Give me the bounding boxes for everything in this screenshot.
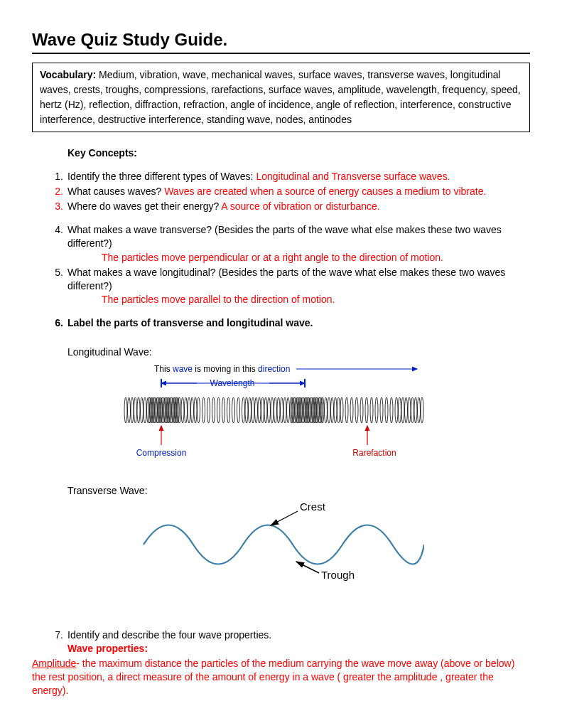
svg-point-88 (334, 397, 337, 423)
svg-point-42 (207, 397, 210, 423)
a3-text: A source of vibration or disturbance. (221, 200, 379, 212)
transverse-label: Transverse Wave: (67, 484, 530, 498)
concept-item-5: What makes a wave longitudinal? (Besides… (48, 266, 530, 307)
concept-item-1: Identify the three different types of Wa… (48, 170, 530, 183)
transverse-wave-diagram: Crest Trough (140, 502, 424, 587)
concepts-list-4: Identify and describe the four wave prop… (48, 628, 530, 655)
q2-text: What causes waves? (67, 186, 164, 197)
svg-point-41 (202, 397, 205, 423)
svg-point-51 (249, 397, 252, 423)
svg-point-54 (258, 397, 261, 423)
svg-point-89 (337, 397, 340, 423)
svg-point-9 (131, 397, 134, 423)
vocabulary-label: Vocabulary: (40, 69, 96, 80)
svg-point-52 (252, 397, 254, 423)
svg-point-46 (227, 397, 230, 423)
wave-properties-label: Wave properties: (67, 642, 530, 655)
svg-point-12 (141, 397, 144, 423)
svg-point-106 (411, 397, 414, 423)
vocabulary-text: Medium, vibration, wave, mechanical wave… (40, 69, 521, 125)
svg-point-8 (128, 397, 131, 423)
amplitude-text: - the maximum distance the particles of … (32, 658, 514, 696)
concept-item-7: Identify and describe the four wave prop… (48, 628, 530, 655)
svg-point-7 (124, 397, 127, 423)
longitudinal-label: Longitudinal Wave: (67, 346, 530, 359)
svg-point-99 (385, 397, 388, 423)
amplitude-definition: Amplitude- the maximum distance the part… (32, 657, 530, 697)
svg-point-61 (281, 397, 283, 423)
svg-point-62 (283, 397, 286, 423)
svg-point-10 (134, 397, 137, 423)
q6-text: Label the parts of transverse and longit… (67, 317, 313, 328)
content-area: Key Concepts: Identify the three differe… (32, 146, 530, 697)
svg-text:Compression: Compression (136, 448, 187, 458)
page-title: Wave Quiz Study Guide. (32, 28, 530, 54)
concepts-list: Identify the three different types of Wa… (48, 170, 530, 213)
a4-text: The particles move perpendicular or at a… (67, 251, 530, 264)
svg-point-92 (350, 397, 353, 423)
diagram-area: Longitudinal Wave: This wave is moving i… (48, 346, 530, 587)
svg-point-98 (380, 397, 383, 423)
concepts-list-2: What makes a wave transverse? (Besides t… (48, 223, 530, 306)
svg-text:Trough: Trough (321, 569, 355, 581)
svg-point-47 (232, 397, 235, 423)
svg-point-103 (401, 397, 404, 423)
svg-point-53 (255, 397, 258, 423)
svg-point-56 (264, 397, 267, 423)
svg-point-58 (271, 397, 274, 423)
svg-text:Wavelength: Wavelength (210, 378, 255, 388)
svg-point-57 (268, 397, 271, 423)
concept-item-6: Label the parts of transverse and longit… (48, 316, 530, 330)
svg-point-90 (340, 397, 343, 423)
svg-point-40 (198, 397, 200, 423)
svg-point-48 (237, 397, 240, 423)
q3-text: Where do waves get their energy? (67, 200, 221, 212)
svg-point-86 (328, 397, 330, 423)
svg-point-13 (144, 397, 146, 423)
concept-item-3: Where do waves get their energy? A sourc… (48, 200, 530, 213)
svg-point-87 (331, 397, 334, 423)
svg-point-102 (399, 397, 401, 423)
svg-text:This wave is moving in this di: This wave is moving in this direction (154, 364, 290, 374)
svg-point-107 (414, 397, 417, 423)
svg-point-36 (185, 397, 188, 423)
svg-point-104 (405, 397, 408, 423)
svg-point-39 (194, 397, 197, 423)
amplitude-label: Amplitude (32, 658, 76, 669)
q1-text: Identify the three different types of Wa… (67, 171, 256, 182)
svg-point-97 (375, 397, 378, 423)
svg-line-115 (271, 511, 298, 525)
q5-text: What makes a wave longitudinal? (Besides… (67, 267, 505, 291)
svg-point-91 (345, 397, 348, 423)
svg-point-59 (274, 397, 277, 423)
concepts-list-3: Label the parts of transverse and longit… (48, 316, 530, 330)
q4-text: What makes a wave transverse? (Besides t… (67, 224, 502, 249)
svg-point-35 (181, 397, 184, 423)
svg-point-100 (390, 397, 393, 423)
svg-point-37 (188, 397, 190, 423)
svg-point-44 (217, 397, 220, 423)
concept-item-4: What makes a wave transverse? (Besides t… (48, 223, 530, 264)
a1-text: Longitudinal and Transverse surface wave… (256, 171, 450, 182)
a2-text: Waves are created when a source of energ… (164, 186, 486, 197)
svg-text:Crest: Crest (300, 502, 326, 513)
svg-text:Rarefaction: Rarefaction (352, 448, 396, 458)
svg-point-55 (261, 397, 264, 423)
svg-point-43 (212, 397, 215, 423)
svg-point-94 (360, 397, 363, 423)
key-concepts-heading: Key Concepts: (67, 146, 530, 160)
svg-point-49 (242, 397, 245, 423)
svg-point-105 (408, 397, 411, 423)
svg-point-38 (191, 397, 194, 423)
q7-text: Identify and describe the four wave prop… (67, 629, 271, 641)
svg-point-93 (355, 397, 358, 423)
svg-point-101 (395, 397, 398, 423)
svg-point-60 (277, 397, 280, 423)
svg-point-96 (370, 397, 373, 423)
svg-point-85 (325, 397, 328, 423)
svg-point-63 (287, 397, 290, 423)
svg-point-109 (421, 397, 423, 423)
a5-text: The particles move parallel to the direc… (67, 293, 530, 306)
svg-point-95 (365, 397, 368, 423)
svg-point-50 (245, 397, 248, 423)
